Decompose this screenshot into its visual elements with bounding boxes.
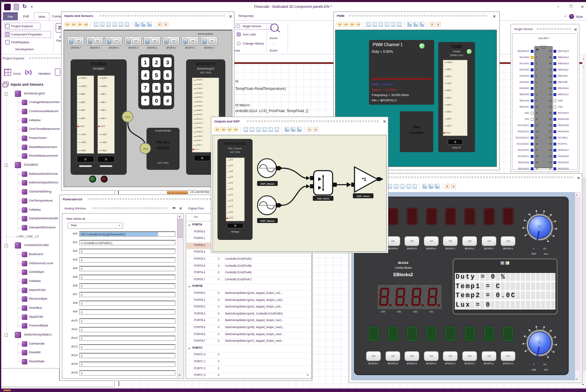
svg-text:DSP_Gain1: DSP_Gain1 (357, 195, 370, 197)
svg-text:*1: *1 (362, 177, 366, 182)
svg-text:DSP_MIX1: DSP_MIX1 (317, 197, 329, 200)
svg-text:DSP_Wave1: DSP_Wave1 (260, 183, 275, 185)
svg-text:1-Wire: 1-Wire (125, 116, 131, 118)
svg-text:1-Wire: 1-Wire (142, 148, 149, 150)
svg-text:DSP_Wave2: DSP_Wave2 (260, 220, 275, 222)
